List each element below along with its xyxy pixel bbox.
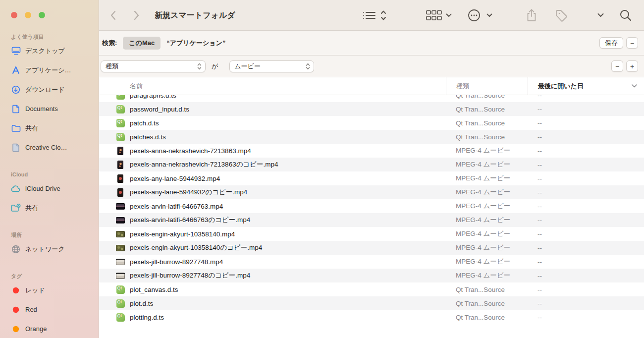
- zoom-window-button[interactable]: [39, 12, 45, 18]
- group-chevron-icon[interactable]: [446, 13, 452, 17]
- file-row[interactable]: plot.d.tsQt Tran...Source--: [99, 296, 644, 310]
- file-name-cell: pexels-anna-nekrashevich-7213863のコピー.mp4: [99, 160, 446, 169]
- file-date-last-opened: --: [528, 217, 644, 224]
- file-date-last-opened: --: [528, 147, 644, 155]
- back-icon[interactable]: [110, 10, 116, 20]
- file-kind: MPEG-4 ムービー: [446, 271, 528, 280]
- sidebar-section-title: タグ: [7, 272, 95, 281]
- sort-arrows-icon[interactable]: [380, 10, 386, 21]
- document-icon: [11, 104, 21, 114]
- criteria-value-dropdown[interactable]: ムービー: [229, 60, 314, 72]
- file-date-last-opened: --: [528, 286, 644, 293]
- sidebar-section-title: よく使う項目: [7, 32, 95, 41]
- file-name: pexels-engin-akyurt-10358140.mp4: [130, 230, 235, 238]
- file-name: pexels-arvin-latifi-6466763のコピー.mp4: [130, 216, 250, 225]
- close-window-button[interactable]: [11, 12, 17, 18]
- sidebar: よく使う項目デスクトップアプリケーシ…ダウンロードDocuments共有Crea…: [0, 0, 99, 338]
- file-row[interactable]: pexels-engin-akyurt-10358140のコピー.mp4MPEG…: [99, 241, 644, 255]
- file-kind: MPEG-4 ムービー: [446, 188, 528, 197]
- stepper-chevrons-icon: [306, 62, 310, 70]
- sidebar-item[interactable]: Creative Clo…: [7, 138, 95, 157]
- tags-icon[interactable]: [555, 9, 568, 22]
- sidebar-item[interactable]: 共有: [7, 118, 95, 138]
- share-icon[interactable]: [526, 8, 537, 22]
- file-row[interactable]: patch.d.tsQt Tran...Source--: [99, 116, 644, 130]
- column-header-kind[interactable]: 種類: [446, 77, 528, 95]
- qt-file-icon: [116, 313, 125, 322]
- qt-file-icon: [116, 95, 125, 100]
- file-row[interactable]: patches.d.tsQt Tran...Source--: [99, 130, 644, 144]
- file-name: pexels-anna-nekrashevich-7213863のコピー.mp4: [130, 160, 278, 169]
- column-header-name[interactable]: 名前: [99, 77, 446, 95]
- shared-folder-icon: [11, 203, 21, 213]
- file-kind: Qt Tran...Source: [446, 119, 528, 127]
- remove-search-button[interactable]: −: [626, 37, 638, 49]
- file-row[interactable]: password_input.d.tsQt Tran...Source--: [99, 102, 644, 116]
- globe-icon: [11, 244, 21, 254]
- file-row[interactable]: pexels-arvin-latifi-6466763のコピー.mp4MPEG-…: [99, 213, 644, 227]
- file-name: plot.d.ts: [130, 300, 153, 307]
- scope-this-mac-button[interactable]: このMac: [123, 37, 161, 50]
- file-date-last-opened: --: [528, 175, 644, 182]
- minimize-window-button[interactable]: [25, 12, 31, 18]
- add-criterion-button[interactable]: +: [626, 60, 638, 72]
- file-row[interactable]: plotting.d.tsQt Tran...Source--: [99, 310, 644, 324]
- sidebar-item[interactable]: デスクトップ: [7, 41, 95, 60]
- overflow-chevron-icon[interactable]: [597, 13, 604, 17]
- file-row[interactable]: pexels-any-lane-5944932のコピー.mp4MPEG-4 ムー…: [99, 185, 644, 199]
- sidebar-item[interactable]: 共有: [7, 198, 95, 218]
- file-row[interactable]: pexels-anna-nekrashevich-7213863のコピー.mp4…: [99, 158, 644, 171]
- file-name: pexels-any-lane-5944932.mp4: [130, 175, 220, 182]
- cloud-icon: [11, 184, 21, 194]
- file-row[interactable]: pexels-jill-burrow-8927748.mp4MPEG-4 ムービ…: [99, 255, 644, 269]
- file-kind: Qt Tran...Source: [446, 286, 528, 293]
- remove-criterion-button[interactable]: −: [611, 60, 623, 72]
- sidebar-item[interactable]: アプリケーシ…: [7, 60, 95, 80]
- search-label: 検索:: [102, 39, 117, 48]
- sidebar-item[interactable]: Red: [7, 300, 95, 319]
- window-title: 新規スマートフォルダ: [155, 10, 235, 20]
- column-header-date-label: 最後に開いた日: [538, 82, 584, 91]
- toolbar: 新規スマートフォルダ: [99, 0, 644, 31]
- sidebar-item[interactable]: ダウンロード: [7, 80, 95, 99]
- sidebar-item[interactable]: Orange: [7, 319, 95, 338]
- list-view-icon[interactable]: [363, 10, 376, 20]
- window-controls: [0, 0, 99, 18]
- file-name: pexels-any-lane-5944932のコピー.mp4: [130, 188, 247, 197]
- sidebar-item-label: ダウンロード: [25, 85, 65, 94]
- sidebar-item[interactable]: iCloud Drive: [7, 179, 95, 198]
- criteria-attribute-value: 種類: [106, 62, 118, 71]
- sidebar-item-label: ネットワーク: [25, 245, 65, 254]
- column-header-date[interactable]: 最後に開いた日: [528, 77, 644, 95]
- file-kind: Qt Tran...Source: [446, 106, 528, 113]
- save-search-button[interactable]: 保存: [599, 37, 623, 49]
- sidebar-item[interactable]: ネットワーク: [7, 239, 95, 259]
- criteria-kind-value: ムービー: [234, 62, 261, 71]
- file-name: pexels-anna-nekrashevich-7213863.mp4: [130, 147, 251, 155]
- file-row[interactable]: pexels-any-lane-5944932.mp4MPEG-4 ムービー--: [99, 171, 644, 185]
- tag-dot-icon: [11, 305, 21, 315]
- sidebar-item[interactable]: レッド: [7, 281, 95, 300]
- desktop-icon: [11, 46, 21, 56]
- search-icon[interactable]: [619, 9, 632, 22]
- sidebar-item[interactable]: Documents: [7, 99, 95, 118]
- more-actions-icon[interactable]: [468, 9, 481, 22]
- file-name: paragraphs.d.ts: [130, 95, 176, 99]
- scope-applications-button[interactable]: “アプリケーション”: [166, 39, 225, 48]
- file-row[interactable]: pexels-engin-akyurt-10358140.mp4MPEG-4 ム…: [99, 227, 644, 241]
- group-by-icon[interactable]: [426, 10, 442, 21]
- sidebar-item-label: Creative Clo…: [25, 144, 67, 151]
- file-row[interactable]: pexels-jill-burrow-8927748のコピー.mp4MPEG-4…: [99, 269, 644, 282]
- criteria-attribute-dropdown[interactable]: 種類: [101, 60, 206, 72]
- file-row[interactable]: pexels-anna-nekrashevich-7213863.mp4MPEG…: [99, 144, 644, 158]
- sidebar-item-label: 共有: [25, 124, 38, 133]
- file-name-cell: pexels-engin-akyurt-10358140のコピー.mp4: [99, 243, 446, 252]
- file-name-cell: plot_canvas.d.ts: [99, 285, 446, 294]
- file-row[interactable]: plot_canvas.d.tsQt Tran...Source--: [99, 282, 644, 296]
- file-row[interactable]: paragraphs.d.tsQt Tran...Source--: [99, 95, 644, 102]
- sidebar-item-label: アプリケーシ…: [25, 66, 71, 75]
- file-name-cell: paragraphs.d.ts: [99, 95, 446, 100]
- file-row[interactable]: pexels-arvin-latifi-6466763.mp4MPEG-4 ムー…: [99, 199, 644, 213]
- forward-icon[interactable]: [134, 10, 140, 20]
- more-chevron-icon[interactable]: [486, 13, 492, 17]
